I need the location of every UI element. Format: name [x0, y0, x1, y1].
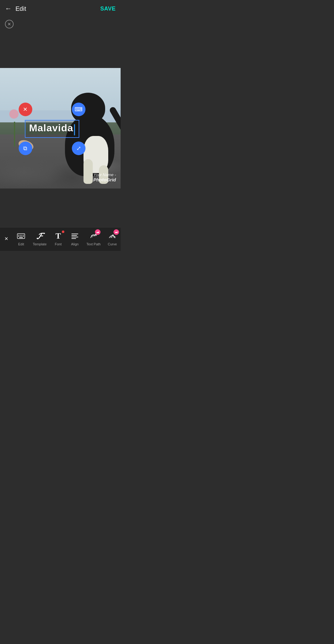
text-overlay-container[interactable]: ✕ ⌨ Malavida ⧉ ⤢: [25, 120, 79, 138]
toolbar-align-icon-container: [70, 231, 80, 241]
svg-rect-3: [21, 235, 22, 235]
page-title: Edit: [15, 5, 26, 12]
toolbar-item-text-path[interactable]: T A B Text Path: [84, 230, 103, 247]
align-line-1: [71, 234, 78, 234]
font-t-icon: T: [56, 231, 61, 241]
svg-rect-9: [19, 237, 23, 238]
header: ← Edit SAVE: [0, 0, 121, 17]
align-line-3: [71, 237, 78, 237]
header-left: ← Edit: [5, 5, 26, 13]
template-f-icon: 𝓕: [36, 231, 43, 241]
svg-rect-1: [18, 235, 19, 235]
toolbar-item-edit[interactable]: Edit: [14, 230, 28, 247]
toolbar-curve-icon-container: A B C: [107, 231, 117, 241]
toolbar-close-button[interactable]: ×: [1, 233, 12, 245]
overlay-text: Malavida: [29, 122, 73, 133]
align-lines-icon: [71, 234, 78, 239]
toolbar-font-icon-container: T: [53, 231, 63, 241]
flower-stem: [14, 122, 15, 146]
resize-button[interactable]: ⤢: [72, 142, 85, 155]
text-cursor: [74, 124, 75, 135]
font-dot-badge: [62, 231, 64, 233]
crown-icon-2: [115, 231, 118, 233]
copy-icon: ⧉: [23, 145, 27, 152]
svg-rect-8: [23, 236, 24, 237]
align-line-2: [71, 235, 77, 236]
save-button[interactable]: SAVE: [100, 6, 116, 12]
svg-text:C: C: [113, 235, 116, 239]
keyboard-button[interactable]: ⌨: [72, 103, 85, 116]
toolbar-text-path-icon-container: T A B: [89, 231, 99, 241]
copy-text-button[interactable]: ⧉: [19, 142, 32, 155]
canvas-top: [0, 31, 121, 68]
keyboard-icon: [17, 232, 25, 240]
toolbar-align-label: Align: [71, 242, 79, 246]
close-area: ✕: [0, 17, 121, 31]
toolbar-item-curve[interactable]: A B C Curve: [105, 230, 120, 247]
toolbar-item-template[interactable]: 𝓕 Template: [30, 230, 49, 247]
watermark-name: - Your Name -: [91, 172, 116, 177]
crown-icon: [96, 231, 99, 233]
image-canvas[interactable]: - Your Name - PhotoGrid ✕ ⌨ Malavida ⧉ ⤢: [0, 68, 121, 189]
canvas-bottom: [0, 189, 121, 227]
back-button[interactable]: ←: [5, 5, 12, 13]
keyboard-icon: ⌨: [75, 106, 83, 113]
toolbar-template-icon-container: 𝓕: [35, 231, 45, 241]
svg-rect-4: [23, 235, 24, 235]
watermark: - Your Name - PhotoGrid: [91, 172, 116, 182]
curve-pro-badge: [113, 229, 119, 235]
toolbar-item-font[interactable]: T Font: [51, 230, 66, 247]
toolbar-edit-icon-container: [16, 231, 26, 241]
toolbar-item-align[interactable]: Align: [67, 230, 82, 247]
toolbar-template-label: Template: [33, 242, 47, 246]
align-line-4: [71, 238, 76, 239]
toolbar-text-path-label: Text Path: [87, 242, 101, 246]
delete-icon: ✕: [23, 106, 28, 113]
svg-rect-6: [20, 236, 21, 237]
svg-rect-2: [20, 235, 21, 235]
bottom-toolbar: × Edit 𝓕: [0, 227, 121, 251]
text-selection-box[interactable]: Malavida: [25, 120, 79, 138]
svg-rect-7: [21, 236, 22, 237]
toolbar-items: × Edit 𝓕: [0, 230, 121, 247]
watermark-brand: PhotoGrid: [91, 177, 116, 182]
flower-head: [9, 109, 19, 119]
toolbar-font-label: Font: [55, 242, 62, 246]
resize-icon: ⤢: [76, 145, 81, 152]
toolbar-curve-label: Curve: [108, 242, 117, 246]
svg-rect-5: [18, 236, 19, 237]
delete-text-button[interactable]: ✕: [19, 103, 32, 116]
close-icon[interactable]: ✕: [5, 20, 14, 28]
toolbar-edit-label: Edit: [18, 242, 24, 246]
text-path-pro-badge: [95, 229, 101, 235]
